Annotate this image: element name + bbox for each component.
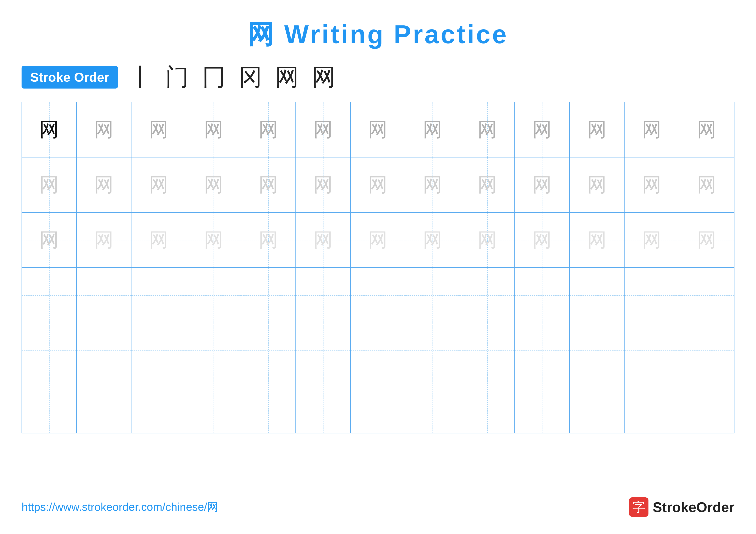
grid-cell-5-7[interactable] [405,378,460,433]
grid-cell-1-4[interactable]: 网 [241,158,296,212]
grid-cell-4-10[interactable] [570,323,625,378]
grid-cell-5-5[interactable] [296,378,351,433]
cell-char: 网 [532,230,552,250]
grid-cell-2-4[interactable]: 网 [241,213,296,267]
grid-cell-1-11[interactable]: 网 [625,158,679,212]
grid-cell-0-6[interactable]: 网 [351,102,405,157]
grid-cell-2-9[interactable]: 网 [515,213,570,267]
grid-cell-3-11[interactable] [625,268,679,322]
grid-cell-5-2[interactable] [131,378,186,433]
grid-cell-1-8[interactable]: 网 [460,158,515,212]
page: 网 Writing Practice Stroke Order 丨 门 冂 冈 … [0,0,756,534]
cell-char: 网 [532,120,552,140]
cell-char: 网 [368,175,388,194]
cell-char: 网 [587,230,607,250]
grid-cell-3-6[interactable] [351,268,405,322]
grid-cell-0-7[interactable]: 网 [405,102,460,157]
grid-cell-0-0[interactable]: 网 [22,102,77,157]
grid-cell-0-10[interactable]: 网 [570,102,625,157]
grid-cell-3-4[interactable] [241,268,296,322]
grid-cell-0-1[interactable]: 网 [77,102,131,157]
cell-char: 网 [313,175,333,194]
grid-cell-5-3[interactable] [186,378,241,433]
grid-cell-2-7[interactable]: 网 [405,213,460,267]
grid-row-5[interactable] [22,378,734,433]
grid-cell-2-12[interactable]: 网 [679,213,734,267]
grid-cell-4-12[interactable] [679,323,734,378]
grid-cell-3-12[interactable] [679,268,734,322]
cell-char: 网 [204,120,223,140]
grid-cell-3-3[interactable] [186,268,241,322]
grid-cell-3-1[interactable] [77,268,131,322]
grid-cell-4-9[interactable] [515,323,570,378]
cell-char: 网 [368,230,388,250]
cell-char: 网 [697,120,716,140]
grid-cell-1-6[interactable]: 网 [351,158,405,212]
grid-cell-1-9[interactable]: 网 [515,158,570,212]
cell-char: 网 [313,230,333,250]
grid-cell-1-0[interactable]: 网 [22,158,77,212]
grid-cell-4-4[interactable] [241,323,296,378]
stroke-step-6: 网 [312,65,336,89]
grid-cell-3-8[interactable] [460,268,515,322]
grid-cell-4-6[interactable] [351,323,405,378]
grid-cell-4-5[interactable] [296,323,351,378]
grid-cell-0-9[interactable]: 网 [515,102,570,157]
cell-char: 网 [149,120,168,140]
grid-cell-2-10[interactable]: 网 [570,213,625,267]
grid-cell-5-9[interactable] [515,378,570,433]
grid-cell-1-12[interactable]: 网 [679,158,734,212]
grid-cell-4-0[interactable] [22,323,77,378]
grid-cell-1-1[interactable]: 网 [77,158,131,212]
grid-row-3[interactable] [22,268,734,323]
grid-cell-2-3[interactable]: 网 [186,213,241,267]
grid-cell-1-5[interactable]: 网 [296,158,351,212]
grid-cell-4-3[interactable] [186,323,241,378]
grid-cell-0-8[interactable]: 网 [460,102,515,157]
grid-cell-4-8[interactable] [460,323,515,378]
grid-cell-2-11[interactable]: 网 [625,213,679,267]
grid-cell-1-2[interactable]: 网 [131,158,186,212]
grid-row-4[interactable] [22,323,734,378]
grid-cell-0-11[interactable]: 网 [625,102,679,157]
footer-url[interactable]: https://www.strokeorder.com/chinese/网 [21,499,218,515]
grid-cell-5-10[interactable] [570,378,625,433]
grid-row-2[interactable]: 网网网网网网网网网网网网网 [22,213,734,268]
grid-cell-5-11[interactable] [625,378,679,433]
grid-cell-5-12[interactable] [679,378,734,433]
grid-cell-0-3[interactable]: 网 [186,102,241,157]
grid-cell-1-7[interactable]: 网 [405,158,460,212]
grid-cell-5-6[interactable] [351,378,405,433]
grid-cell-2-0[interactable]: 网 [22,213,77,267]
grid-cell-4-2[interactable] [131,323,186,378]
grid-cell-4-7[interactable] [405,323,460,378]
grid-cell-3-5[interactable] [296,268,351,322]
grid-cell-3-2[interactable] [131,268,186,322]
grid-cell-2-1[interactable]: 网 [77,213,131,267]
grid-cell-3-7[interactable] [405,268,460,322]
grid-row-1[interactable]: 网网网网网网网网网网网网网 [22,158,734,213]
grid-cell-2-5[interactable]: 网 [296,213,351,267]
grid-cell-2-8[interactable]: 网 [460,213,515,267]
grid-cell-5-8[interactable] [460,378,515,433]
grid-cell-4-11[interactable] [625,323,679,378]
stroke-step-3: 冂 [202,65,226,89]
grid-cell-0-12[interactable]: 网 [679,102,734,157]
grid-row-0[interactable]: 网网网网网网网网网网网网网 [22,102,734,158]
cell-char: 网 [532,175,552,194]
grid-cell-2-2[interactable]: 网 [131,213,186,267]
grid-cell-5-4[interactable] [241,378,296,433]
grid-cell-3-0[interactable] [22,268,77,322]
stroke-steps: 丨 门 冂 冈 网 网 [129,65,336,89]
grid-cell-1-10[interactable]: 网 [570,158,625,212]
grid-cell-1-3[interactable]: 网 [186,158,241,212]
grid-cell-0-2[interactable]: 网 [131,102,186,157]
grid-cell-0-5[interactable]: 网 [296,102,351,157]
grid-cell-5-1[interactable] [77,378,131,433]
grid-cell-3-10[interactable] [570,268,625,322]
grid-cell-3-9[interactable] [515,268,570,322]
grid-cell-0-4[interactable]: 网 [241,102,296,157]
grid-cell-4-1[interactable] [77,323,131,378]
grid-cell-5-0[interactable] [22,378,77,433]
grid-cell-2-6[interactable]: 网 [351,213,405,267]
